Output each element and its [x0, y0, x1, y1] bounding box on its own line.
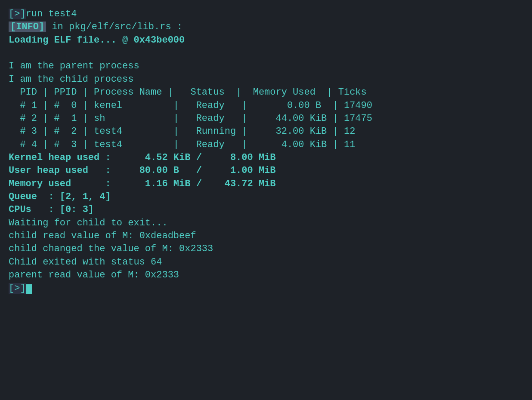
memory-used-line: Memory used : 1.16 MiB / 43.72 MiB: [9, 178, 523, 191]
table-row: # 2 | # 1 | sh | Ready | 44.00 KiB | 174…: [9, 112, 523, 125]
command-text: run test4: [26, 9, 77, 19]
queue-line: Queue : [2, 1, 4]: [9, 191, 523, 203]
kernel-heap-line: Kernel heap used : 4.52 KiB / 8.00 MiB: [9, 151, 523, 164]
waiting-line: Waiting for child to exit...: [9, 217, 523, 230]
parent-read-line: parent read value of M: 0x2333: [9, 269, 523, 282]
cpus-line: CPUs : [0: 3]: [9, 203, 523, 216]
table-row: # 4 | # 3 | test4 | Ready | 4.00 KiB | 1…: [9, 138, 523, 151]
table-row: # 3 | # 2 | test4 | Running | 32.00 KiB …: [9, 125, 523, 138]
child-read-line: child read value of M: 0xdeadbeef: [9, 230, 523, 243]
command-line: [>]run test4: [9, 8, 523, 21]
table-header: PID | PPID | Process Name | Status | Mem…: [9, 86, 523, 99]
terminal: [>]run test4 [INFO] in pkg/elf/src/lib.r…: [9, 8, 523, 295]
final-prompt-line[interactable]: [>]: [9, 282, 523, 295]
info-badge: [INFO]: [9, 22, 46, 32]
prompt-open[interactable]: [>]: [9, 9, 26, 19]
cursor: [26, 284, 32, 294]
info-line: [INFO] in pkg/elf/src/lib.rs :: [9, 21, 523, 34]
child-changed-line: child changed the value of M: 0x2333: [9, 243, 523, 255]
table-row: # 1 | # 0 | kenel | Ready | 0.00 B | 174…: [9, 99, 523, 112]
parent-msg: I am the parent process: [9, 60, 523, 73]
child-exited-line: Child exited with status 64: [9, 256, 523, 269]
user-heap-line: User heap used : 80.00 B / 1.00 MiB: [9, 164, 523, 177]
loading-line: Loading ELF file... @ 0x43be000: [9, 34, 523, 47]
empty-line-1: [9, 47, 523, 60]
final-prompt-bracket[interactable]: [>]: [9, 283, 26, 294]
child-msg: I am the child process: [9, 73, 523, 86]
info-text: in pkg/elf/src/lib.rs :: [46, 22, 182, 32]
